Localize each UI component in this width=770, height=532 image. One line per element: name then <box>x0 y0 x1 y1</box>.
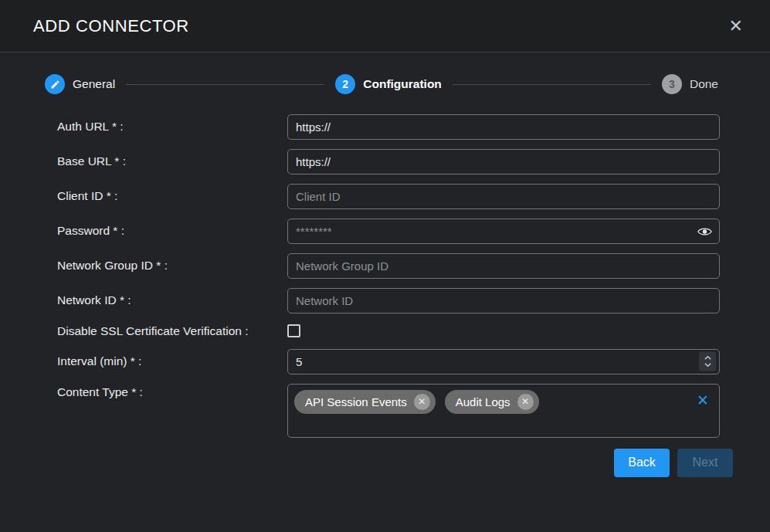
disable-ssl-field <box>287 323 720 337</box>
chip-label: Audit Logs <box>456 395 511 408</box>
next-button[interactable]: Next <box>677 449 733 477</box>
chevron-up-icon <box>704 356 711 361</box>
add-connector-modal: ADD CONNECTOR ✕ General 2 Configuration … <box>0 0 770 532</box>
chip-remove-icon[interactable]: ✕ <box>517 394 534 410</box>
pencil-icon <box>50 80 60 90</box>
base-url-label: Base URL * : <box>57 154 287 170</box>
stepper-line <box>126 84 324 85</box>
content-type-multiselect[interactable]: API Session Events ✕ Audit Logs ✕ ✕ <box>287 384 720 438</box>
step-configuration-label: Configuration <box>363 77 442 91</box>
chip-audit-logs: Audit Logs ✕ <box>445 390 539 414</box>
close-icon[interactable]: ✕ <box>729 18 743 35</box>
chip-api-session-events: API Session Events ✕ <box>294 390 436 414</box>
connector-config-form: Auth URL * : Base URL * : Client ID * : … <box>57 114 720 438</box>
modal-header: ADD CONNECTOR ✕ <box>0 0 770 53</box>
step-configuration-circle: 2 <box>335 74 355 94</box>
step-done[interactable]: 3 Done <box>662 74 718 94</box>
interval-field-wrap <box>287 349 720 374</box>
password-field-wrap <box>287 219 720 244</box>
clear-all-icon[interactable]: ✕ <box>697 393 709 408</box>
number-stepper[interactable] <box>699 352 716 371</box>
base-url-input[interactable] <box>287 149 720 175</box>
interval-input[interactable] <box>287 349 720 374</box>
client-id-label: Client ID * : <box>57 188 287 205</box>
interval-label: Interval (min) * : <box>57 354 287 370</box>
modal-footer: Back Next <box>0 449 733 477</box>
modal-title: ADD CONNECTOR <box>33 16 189 36</box>
content-type-label: Content Type * : <box>57 384 287 401</box>
chip-label: API Session Events <box>305 395 407 408</box>
step-configuration[interactable]: 2 Configuration <box>335 74 442 94</box>
auth-url-label: Auth URL * : <box>57 119 287 135</box>
back-button[interactable]: Back <box>614 449 670 477</box>
chip-remove-icon[interactable]: ✕ <box>414 394 430 410</box>
network-group-id-input[interactable] <box>287 253 720 279</box>
disable-ssl-checkbox[interactable] <box>287 324 300 337</box>
wizard-stepper: General 2 Configuration 3 Done <box>45 74 718 94</box>
password-label: Password * : <box>57 223 287 239</box>
network-id-label: Network ID * : <box>57 293 287 309</box>
step-general-circle <box>45 74 65 94</box>
network-id-input[interactable] <box>287 288 720 313</box>
stepper-line <box>453 84 651 85</box>
network-group-id-label: Network Group ID * : <box>57 258 287 274</box>
password-input[interactable] <box>287 219 720 244</box>
chevron-down-icon <box>704 363 711 368</box>
eye-icon[interactable] <box>696 225 714 238</box>
client-id-input[interactable] <box>287 184 720 209</box>
step-general[interactable]: General <box>45 74 115 94</box>
step-general-label: General <box>73 77 115 91</box>
auth-url-input[interactable] <box>287 114 720 140</box>
disable-ssl-label: Disable SSL Certificate Verification : <box>57 323 287 340</box>
step-done-label: Done <box>690 77 718 91</box>
step-done-circle: 3 <box>662 74 682 94</box>
